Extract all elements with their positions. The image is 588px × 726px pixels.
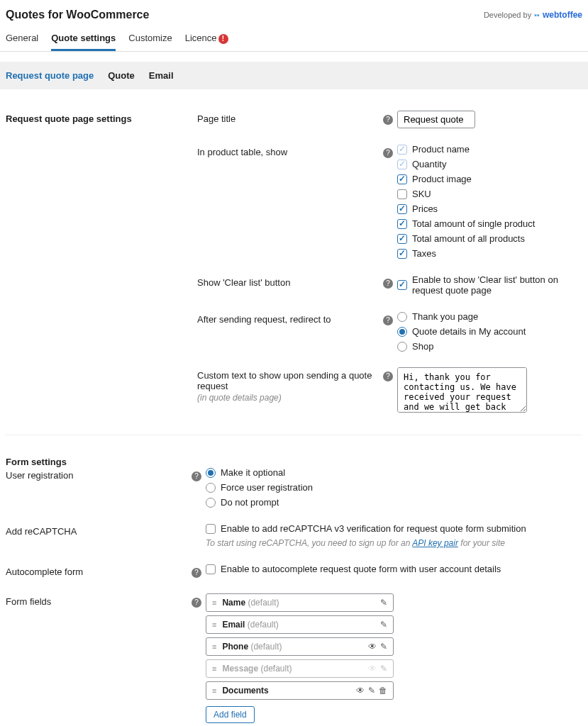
sub-tabs: Request quote pageQuoteEmail	[0, 62, 588, 89]
label-redirect: After sending request, redirect to	[197, 311, 383, 325]
label-autocomplete: Autocomplete form	[6, 564, 192, 577]
help-icon[interactable]: ?	[383, 315, 393, 325]
help-icon[interactable]: ?	[383, 279, 393, 289]
eye-off-icon[interactable]: 👁	[368, 664, 377, 674]
edit-icon[interactable]: ✎	[380, 620, 387, 630]
subtab-quote[interactable]: Quote	[108, 70, 135, 81]
radio-userreg-0[interactable]	[206, 468, 216, 478]
help-icon[interactable]: ?	[192, 471, 201, 481]
checkbox-sku[interactable]	[397, 189, 407, 199]
alert-icon: !	[218, 34, 228, 44]
label-user-reg: User registration	[6, 467, 192, 481]
radio-userreg-1[interactable]	[206, 483, 216, 493]
checkbox-total-amount-of-all-products[interactable]	[397, 234, 407, 244]
checkbox-taxes[interactable]	[397, 249, 407, 259]
api-key-pair-link[interactable]: API key pair	[412, 538, 458, 548]
drag-handle-icon[interactable]: ≡	[212, 598, 216, 607]
label-page-title: Page title	[197, 111, 383, 124]
trash-icon[interactable]: 🗑	[379, 686, 387, 696]
drag-handle-icon[interactable]: ≡	[212, 620, 216, 629]
radio-redirect-0[interactable]	[397, 312, 407, 322]
edit-icon[interactable]: ✎	[368, 686, 375, 696]
drag-handle-icon[interactable]: ≡	[212, 664, 216, 673]
edit-icon[interactable]: ✎	[380, 598, 387, 608]
tab-licence[interactable]: Licence!	[185, 28, 228, 51]
tab-quote-settings[interactable]: Quote settings	[51, 28, 116, 51]
label-product-table: In product table, show	[197, 144, 383, 157]
recaptcha-checkbox[interactable]	[206, 524, 216, 534]
label-form-fields: Form fields	[6, 593, 192, 607]
help-icon[interactable]: ?	[192, 568, 201, 578]
page-title: Quotes for WooCommerce	[6, 9, 149, 21]
section-title-request-quote: Request quote page settings	[6, 111, 197, 415]
checkbox-product-name	[397, 145, 407, 155]
subtab-request-quote-page[interactable]: Request quote page	[6, 70, 94, 81]
edit-icon[interactable]: ✎	[380, 642, 387, 652]
custom-text-textarea[interactable]	[397, 367, 527, 413]
clear-list-checkbox[interactable]	[397, 280, 407, 290]
autocomplete-checkbox[interactable]	[206, 564, 216, 574]
label-custom-text: Custom text to show upon sending a quote…	[197, 370, 383, 391]
eye-icon[interactable]: 👁	[368, 642, 377, 652]
form-field-email[interactable]: ≡Email (default)✎	[206, 615, 394, 634]
form-field-phone[interactable]: ≡Phone (default)👁✎	[206, 637, 394, 656]
radio-userreg-2[interactable]	[206, 498, 216, 508]
eye-icon[interactable]: 👁	[356, 686, 365, 696]
help-icon[interactable]: ?	[383, 372, 393, 381]
radio-redirect-2[interactable]	[397, 342, 407, 352]
section-title-form-settings: Form settings	[6, 454, 197, 467]
edit-icon[interactable]: ✎	[380, 664, 387, 674]
help-icon[interactable]: ?	[383, 115, 393, 125]
drag-handle-icon[interactable]: ≡	[212, 642, 216, 651]
page-title-input[interactable]	[397, 111, 475, 128]
recaptcha-note: To start using reCAPTCHA, you need to si…	[206, 538, 582, 548]
tab-customize[interactable]: Customize	[128, 28, 172, 51]
form-field-documents[interactable]: ≡Documents👁✎🗑	[206, 681, 394, 700]
form-field-message[interactable]: ≡Message (default)👁✎	[206, 659, 394, 678]
help-icon[interactable]: ?	[192, 598, 201, 608]
checkbox-prices[interactable]	[397, 204, 407, 214]
checkbox-product-image[interactable]	[397, 174, 407, 184]
label-custom-text-sub: (in quote details page)	[197, 393, 383, 403]
tab-general[interactable]: General	[6, 28, 38, 51]
main-tabs: GeneralQuote settingsCustomizeLicence!	[0, 24, 588, 52]
add-field-button[interactable]: Add field	[206, 706, 255, 723]
form-field-name[interactable]: ≡Name (default)✎	[206, 593, 394, 612]
subtab-email[interactable]: Email	[149, 70, 174, 81]
label-recaptcha: Add reCAPTCHA	[6, 523, 192, 537]
checkbox-quantity	[397, 160, 407, 169]
drag-handle-icon[interactable]: ≡	[212, 686, 216, 695]
help-icon[interactable]: ?	[383, 148, 393, 158]
developed-by: Developed by ▪▪ webtoffee	[484, 10, 582, 20]
checkbox-total-amount-of-single-product[interactable]	[397, 219, 407, 229]
label-clear-list: Show 'Clear list' button	[197, 274, 383, 288]
radio-redirect-1[interactable]	[397, 327, 407, 337]
